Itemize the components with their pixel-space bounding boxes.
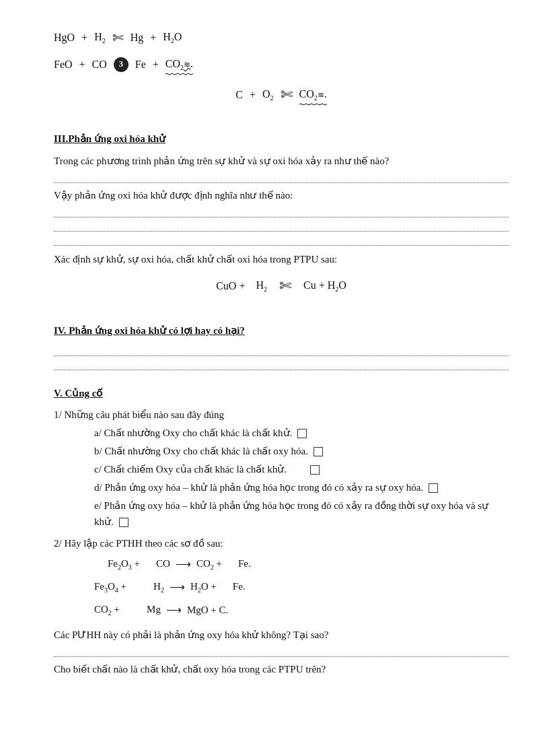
options-container: a/ Chất nhường Oxy cho chất khác là chất…: [94, 425, 509, 530]
section5-q2-intro: 2/ Hãy lập các PTHH theo các sơ đồ sau:: [54, 535, 509, 551]
section5-dotted-1: [54, 646, 509, 657]
section-4: IV. Phản ứng oxi hóa khử có lợi hay có h…: [54, 310, 509, 370]
section-5: V. Củng cố 1/ Những câu phát biểu nào sa…: [54, 377, 509, 677]
eq3-c: C: [235, 86, 243, 104]
eq4-cuo: CuO +: [216, 277, 245, 295]
eq3-o2: O2: [262, 85, 274, 104]
eq1-hg: Hg: [131, 29, 144, 46]
reaction2-arrow: ⟶: [170, 578, 185, 596]
eq2-co2: CO2≋.: [166, 55, 193, 73]
checkbox-c[interactable]: [310, 465, 320, 475]
eq2-feo: FeO: [54, 56, 73, 73]
eq2-bullet: 3: [114, 57, 129, 72]
eq1-h2o: H2O: [163, 28, 182, 46]
section4-dotted-2: [54, 359, 509, 370]
option-e: e/ Phản ứng oxy hóa – khử là phản ứng hó…: [94, 497, 509, 530]
section3-q2: Vậy phản ứng oxi hóa khử được định nghĩa…: [54, 187, 509, 203]
eq2-fe: Fe: [135, 56, 146, 73]
section3-dotted-3: [54, 221, 509, 232]
section3-q1: Trong các phương trình phản ứng trên sự …: [54, 153, 509, 169]
section3-dotted-2: [54, 207, 509, 217]
equation-4: CuO + H2 ✄ Cu + H2O: [54, 274, 509, 298]
eq3-co2: CO2≋.: [299, 85, 327, 104]
equation-1: HgO + H2 ✄ Hg + H2O: [54, 27, 509, 48]
section5-q3: Các PƯHH này có phải là phản ứng oxy hóa…: [54, 627, 509, 643]
eq4-h2: H2: [256, 277, 267, 295]
section3-title: III.Phản ứng oxi hóa khử: [54, 131, 166, 147]
option-a: a/ Chất nhường Oxy cho chất khác là chất…: [94, 425, 509, 441]
eq1-arrow: ✄: [112, 27, 124, 48]
option-b: b/ Chất nhường Oxy cho chất khác là chất…: [94, 443, 509, 459]
equation-3: C + O2 ✄ CO2≋.: [54, 83, 509, 106]
section3-q3: Xác định sự khử, sự oxi hóa, chất khử ch…: [54, 251, 509, 267]
checkbox-b[interactable]: [314, 447, 323, 456]
reaction-3: CO2 +Mg ⟶ MgO + C.: [94, 601, 509, 619]
eq2-co: CO: [92, 56, 107, 73]
section3-dotted-4: [54, 235, 509, 246]
eq4-cu: Cu + H2O: [303, 277, 346, 295]
checkbox-d[interactable]: [429, 483, 438, 493]
option-d: d/ Phản ứng oxy hóa – khử là phản ứng hó…: [94, 479, 509, 495]
reaction1-arrow: ⟶: [176, 555, 191, 573]
section5-title: V. Củng cố: [54, 385, 102, 401]
equation-2: FeO + CO 3 Fe + CO2≋.: [54, 55, 509, 73]
eq4-arrow: ✄: [279, 274, 291, 298]
reaction3-arrow: ⟶: [166, 601, 182, 619]
section4-dotted-1: [54, 345, 509, 356]
reaction3-left: CO2 +Mg: [94, 601, 161, 619]
checkbox-a[interactable]: [297, 429, 307, 438]
section3-dotted-1: [54, 172, 509, 183]
option-c: c/ Chất chiếm Oxy của chất khác là chất …: [94, 461, 509, 477]
reaction2-right: H2O +Fe.: [190, 578, 246, 596]
reaction-2: Fe3O4 +H2 ⟶ H2O +Fe.: [94, 578, 509, 596]
section5-q4: Cho biết chất nào là chất khử, chất oxy …: [54, 661, 509, 677]
eq3-arrow: ✄: [281, 83, 293, 106]
reaction1-left: Fe2O3 +CO: [108, 555, 170, 573]
section5-q-intro: 1/ Những câu phát biểu nào sau đây đúng: [54, 407, 509, 423]
section-3: III.Phản ứng oxi hóa khử Trong các phươn…: [54, 118, 509, 298]
section4-title: IV. Phản ứng oxi hóa khử có lợi hay có h…: [54, 322, 245, 339]
reaction2-left: Fe3O4 +H2: [94, 578, 164, 596]
checkbox-e[interactable]: [119, 518, 129, 527]
reaction3-right: MgO + C.: [187, 602, 228, 618]
reaction1-right: CO2 +Fe.: [196, 555, 251, 573]
eq1-h2: H2: [94, 28, 106, 46]
reaction-1: Fe2O3 +CO ⟶ CO2 +Fe.: [108, 555, 509, 573]
eq1-left: HgO: [54, 29, 75, 46]
